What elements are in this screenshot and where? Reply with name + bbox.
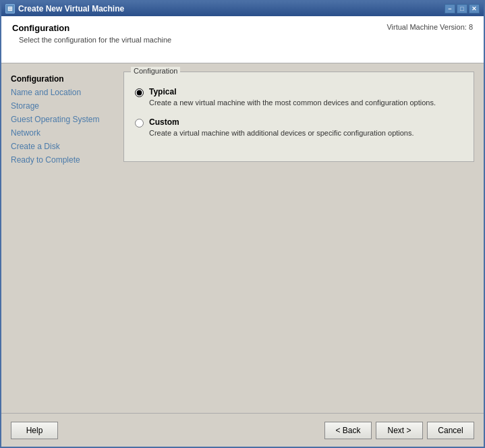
sidebar: Configuration Name and Location Storage … [1,63,119,413]
header: Configuration Select the configuration f… [1,16,484,63]
sidebar-item-guest-os[interactable]: Guest Operating System [8,113,113,125]
close-button[interactable]: ✕ [469,4,480,13]
next-button[interactable]: Next > [376,422,423,439]
sidebar-item-name-and-location[interactable]: Name and Location [8,86,113,99]
footer: Help < Back Next > Cancel [1,413,484,447]
footer-nav-buttons: < Back Next > Cancel [324,422,474,439]
window-controls: − □ ✕ [445,4,480,13]
typical-label: Typical [149,87,436,96]
page-title: Configuration [12,23,171,33]
app-icon: ⊞ [5,4,15,13]
custom-content: Custom Create a virtual machine with add… [149,117,414,137]
window-title: Create New Virtual Machine [18,4,445,13]
restore-button[interactable]: □ [457,4,467,13]
typical-description: Create a new virtual machine with the mo… [149,99,436,107]
content-area: Configuration Typical Create a new virtu… [119,63,484,413]
main-window: ⊞ Create New Virtual Machine − □ ✕ Confi… [0,0,485,448]
version-label: Virtual Machine Version: 8 [387,23,473,31]
configuration-box: Configuration Typical Create a new virtu… [123,72,474,162]
custom-label: Custom [149,117,414,127]
header-left: Configuration Select the configuration f… [12,23,171,44]
sidebar-item-storage[interactable]: Storage [8,100,113,112]
typical-radio[interactable] [135,88,144,97]
typical-content: Typical Create a new virtual machine wit… [149,87,436,107]
sidebar-item-create-a-disk[interactable]: Create a Disk [8,140,113,152]
config-box-title: Configuration [131,67,180,75]
title-bar: ⊞ Create New Virtual Machine − □ ✕ [1,1,484,16]
page-subtitle: Select the configuration for the virtual… [19,36,171,44]
sidebar-item-ready-to-complete[interactable]: Ready to Complete [8,154,113,166]
minimize-button[interactable]: − [445,4,455,13]
custom-radio[interactable] [135,119,144,128]
sidebar-item-network[interactable]: Network [8,127,113,139]
back-button[interactable]: < Back [324,422,372,439]
body: Configuration Name and Location Storage … [1,63,484,413]
option-custom-row: Custom Create a virtual machine with add… [135,117,463,137]
cancel-button[interactable]: Cancel [427,422,474,439]
option-typical-row: Typical Create a new virtual machine wit… [135,87,463,107]
sidebar-item-configuration[interactable]: Configuration [8,73,113,85]
custom-description: Create a virtual machine with additional… [149,129,414,137]
help-button[interactable]: Help [11,422,58,439]
